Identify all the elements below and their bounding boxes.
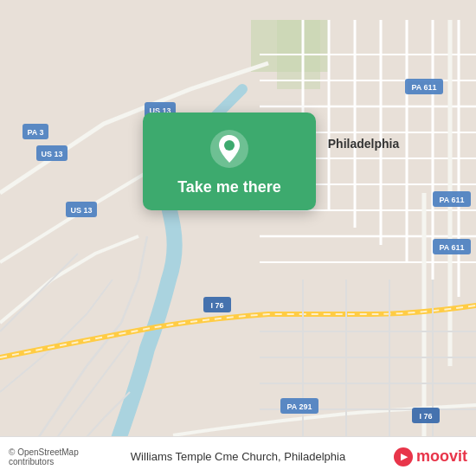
take-me-there-card[interactable]: Take me there <box>143 113 316 210</box>
svg-text:PA 291: PA 291 <box>286 402 312 411</box>
svg-text:US 13: US 13 <box>41 150 62 158</box>
map-background: US 13 US 13 US 13 PA 3 PA 611 PA 611 PA … <box>0 0 476 476</box>
location-name: Williams Temple Cme Church, Philadelphia <box>124 450 353 463</box>
svg-text:Philadelphia: Philadelphia <box>328 137 400 151</box>
moovit-logo: moovit <box>353 447 468 466</box>
osm-attribution: © OpenStreetMap contributors <box>9 447 124 466</box>
map-container: US 13 US 13 US 13 PA 3 PA 611 PA 611 PA … <box>0 0 476 476</box>
svg-text:PA 3: PA 3 <box>27 128 43 137</box>
svg-text:PA 611: PA 611 <box>411 83 436 92</box>
moovit-logo-text: moovit <box>416 447 467 466</box>
svg-text:I 76: I 76 <box>419 412 432 421</box>
svg-text:I 76: I 76 <box>210 301 223 310</box>
svg-point-51 <box>224 140 235 151</box>
location-pin-icon <box>209 128 250 170</box>
svg-text:PA 611: PA 611 <box>439 243 464 252</box>
bottom-bar: © OpenStreetMap contributors Williams Te… <box>0 436 476 476</box>
moovit-icon <box>394 447 413 466</box>
take-me-there-label: Take me there <box>177 178 281 196</box>
svg-text:PA 611: PA 611 <box>439 196 464 204</box>
svg-text:US 13: US 13 <box>70 206 92 215</box>
svg-rect-0 <box>0 20 476 456</box>
